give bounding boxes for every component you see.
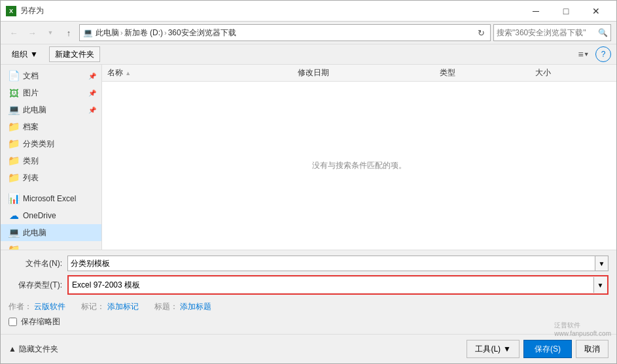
action-buttons: 工具(L) ▼ 保存(S) 取消 bbox=[467, 340, 608, 358]
view-button[interactable]: ≡ ▼ bbox=[574, 46, 593, 62]
file-list-header: 名称 ▲ 修改日期 类型 大小 bbox=[102, 65, 616, 82]
pin-icon3: 📌 bbox=[88, 107, 96, 114]
pin-icon: 📌 bbox=[88, 73, 96, 80]
filename-dropdown-button[interactable]: ▼ bbox=[595, 256, 608, 271]
bottom-form-area: 文件名(N): ▼ 保存类型(T): ▼ 作者： 云版软件 标记： 添加标记 bbox=[1, 250, 616, 334]
dropdown-button[interactable]: ▼ bbox=[43, 25, 58, 41]
hide-folder-button[interactable]: ▲ 隐藏文件夹 bbox=[9, 344, 58, 355]
organize-button[interactable]: 组织 ▼ bbox=[6, 46, 44, 62]
folder-icon3: 📁 bbox=[9, 156, 19, 166]
pc-icon2: 💻 bbox=[9, 105, 19, 115]
window-controls: ─ □ ✕ bbox=[521, 1, 611, 22]
img-icon: 🖼 bbox=[9, 88, 19, 98]
nav-item-category[interactable]: 📁 分类类别 bbox=[1, 135, 101, 152]
excel-icon: 📊 bbox=[9, 193, 19, 204]
tags-label: 标记： 添加标记 bbox=[81, 301, 138, 312]
nav-item-extra[interactable]: 📁 bbox=[1, 241, 101, 250]
folder-icon4: 📁 bbox=[9, 173, 19, 183]
search-box[interactable]: 🔍 bbox=[493, 24, 611, 41]
filename-input[interactable] bbox=[67, 256, 595, 271]
action-bar: ▲ 隐藏文件夹 工具(L) ▼ 保存(S) 取消 bbox=[1, 334, 616, 363]
address-bar[interactable]: 💻 此电脑 › 新加卷 (D:) › 360安全浏览器下载 ↻ bbox=[79, 24, 491, 41]
filename-input-wrapper: ▼ bbox=[67, 256, 608, 271]
col-name-header[interactable]: 名称 ▲ bbox=[107, 67, 298, 78]
file-list-body: 没有与搜索条件匹配的项。 bbox=[102, 82, 616, 250]
filetype-input-wrapper: ▼ bbox=[67, 275, 608, 295]
meta-row: 作者： 云版软件 标记： 添加标记 标题： 添加标题 bbox=[9, 299, 608, 315]
breadcrumb: 此电脑 › 新加卷 (D:) › 360安全浏览器下载 bbox=[96, 27, 472, 39]
nav-item-onedrive[interactable]: ☁ OneDrive bbox=[1, 207, 101, 224]
maximize-button[interactable]: □ bbox=[551, 1, 581, 22]
search-input[interactable] bbox=[497, 28, 598, 37]
help-button[interactable]: ? bbox=[595, 46, 611, 62]
pc-icon3: 💻 bbox=[9, 227, 19, 238]
pc-icon: 💻 bbox=[82, 27, 93, 38]
folder-icon5: 📁 bbox=[9, 244, 19, 250]
tools-button[interactable]: 工具(L) ▼ bbox=[467, 340, 520, 358]
col-size-header: 大小 bbox=[535, 67, 611, 78]
col-date-header: 修改日期 bbox=[298, 67, 440, 78]
action-toolbar: 组织 ▼ 新建文件夹 ≡ ▼ ? bbox=[1, 44, 616, 65]
view-arrow-icon: ▼ bbox=[584, 51, 590, 58]
view-icon: ≡ bbox=[578, 49, 583, 59]
back-button[interactable]: ← bbox=[6, 25, 22, 41]
thumbnail-label[interactable]: 保存缩略图 bbox=[21, 316, 60, 327]
doc-icon: 📄 bbox=[9, 71, 19, 81]
refresh-button[interactable]: ↻ bbox=[474, 26, 487, 39]
tools-arrow-icon: ▼ bbox=[503, 344, 511, 354]
nav-item-kind[interactable]: 📁 类别 bbox=[1, 152, 101, 169]
forward-button[interactable]: → bbox=[24, 25, 40, 41]
nav-item-list[interactable]: 📁 列表 bbox=[1, 169, 101, 186]
filename-label: 文件名(N): bbox=[9, 258, 67, 269]
thumbnail-row: 保存缩略图 bbox=[9, 315, 608, 329]
filetype-label: 保存类型(T): bbox=[9, 280, 67, 291]
empty-message: 没有与搜索条件匹配的项。 bbox=[312, 160, 406, 171]
nav-item-img[interactable]: 🖼 图片 📌 bbox=[1, 84, 101, 101]
dialog-title: 另存为 bbox=[20, 5, 44, 16]
main-area: 📄 文档 📌 🖼 图片 📌 💻 此电脑 📌 📁 档案 📁 分类类别 bbox=[1, 65, 616, 250]
save-button[interactable]: 保存(S) bbox=[523, 340, 572, 358]
nav-item-archive[interactable]: 📁 档案 bbox=[1, 118, 101, 135]
title-bar: X 另存为 ─ □ ✕ bbox=[1, 1, 616, 22]
app-icon: X bbox=[6, 6, 16, 16]
title-value[interactable]: 添加标题 bbox=[180, 302, 211, 311]
hide-folder-label: 隐藏文件夹 bbox=[19, 344, 58, 355]
folder-icon2: 📁 bbox=[9, 139, 19, 149]
new-folder-button[interactable]: 新建文件夹 bbox=[49, 46, 100, 62]
filename-row: 文件名(N): ▼ bbox=[9, 256, 608, 271]
folder-icon: 📁 bbox=[9, 122, 19, 132]
author-label: 作者： 云版软件 bbox=[9, 301, 65, 312]
toolbar-right: ≡ ▼ ? bbox=[574, 46, 611, 62]
cloud-icon: ☁ bbox=[9, 210, 19, 221]
cancel-button[interactable]: 取消 bbox=[576, 340, 608, 358]
hide-arrow-icon: ▲ bbox=[9, 344, 16, 354]
watermark: 泛普软件 www.fanpusoft.com bbox=[554, 321, 611, 337]
nav-item-excel[interactable]: 📊 Microsoft Excel bbox=[1, 190, 101, 207]
nav-item-doc[interactable]: 📄 文档 📌 bbox=[1, 67, 101, 84]
close-button[interactable]: ✕ bbox=[581, 1, 611, 22]
thumbnail-checkbox[interactable] bbox=[9, 318, 17, 326]
filetype-dropdown-button[interactable]: ▼ bbox=[593, 277, 607, 293]
organize-arrow-icon: ▼ bbox=[30, 50, 38, 59]
search-icon: 🔍 bbox=[598, 28, 608, 37]
breadcrumb-pc[interactable]: 此电脑 bbox=[96, 27, 119, 39]
nav-item-thispc-top[interactable]: 💻 此电脑 📌 bbox=[1, 101, 101, 118]
tags-value[interactable]: 添加标记 bbox=[107, 302, 139, 311]
title-bar-left: X 另存为 bbox=[6, 5, 44, 16]
author-value[interactable]: 云版软件 bbox=[34, 302, 65, 311]
title-label: 标题： 添加标题 bbox=[154, 301, 211, 312]
nav-item-thispc[interactable]: 💻 此电脑 bbox=[1, 224, 101, 241]
filetype-row: 保存类型(T): ▼ bbox=[9, 275, 608, 295]
col-type-header: 类型 bbox=[440, 67, 535, 78]
filetype-input[interactable] bbox=[69, 277, 593, 293]
minimize-button[interactable]: ─ bbox=[521, 1, 551, 22]
left-nav-panel: 📄 文档 📌 🖼 图片 📌 💻 此电脑 📌 📁 档案 📁 分类类别 bbox=[1, 65, 102, 250]
file-list-panel: 名称 ▲ 修改日期 类型 大小 没有与搜索条件匹配的项。 bbox=[102, 65, 616, 250]
address-toolbar: ← → ▼ ↑ 💻 此电脑 › 新加卷 (D:) › 360安全浏览器下载 ↻ … bbox=[1, 22, 616, 44]
sort-icon: ▲ bbox=[125, 70, 131, 76]
pin-icon2: 📌 bbox=[88, 90, 96, 97]
breadcrumb-360[interactable]: 360安全浏览器下载 bbox=[168, 27, 236, 39]
up-button[interactable]: ↑ bbox=[61, 25, 77, 41]
breadcrumb-d[interactable]: 新加卷 (D:) bbox=[124, 27, 163, 39]
